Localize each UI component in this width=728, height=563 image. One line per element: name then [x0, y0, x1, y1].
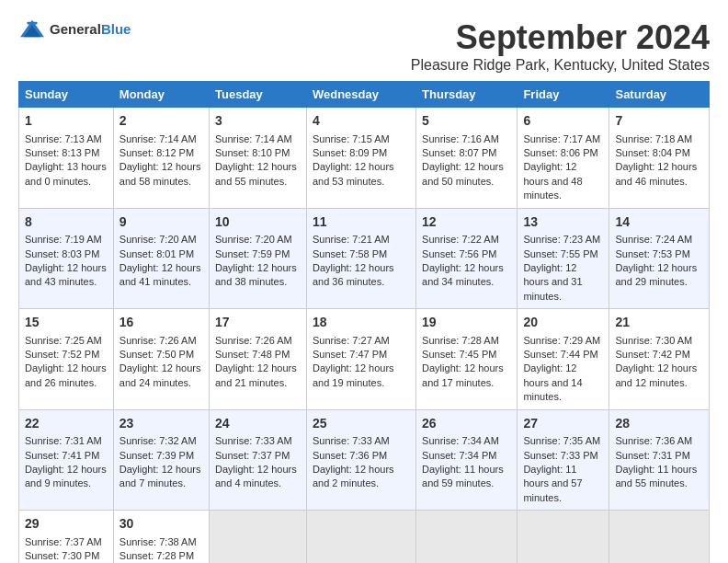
day-number: 25	[313, 415, 410, 433]
sunrise: Sunrise: 7:15 AM	[313, 133, 390, 144]
sunset: Sunset: 8:06 PM	[523, 147, 597, 158]
daylight: Daylight: 12 hours and 36 minutes.	[313, 262, 394, 287]
sunset: Sunset: 7:30 PM	[25, 550, 99, 561]
calendar-week-row: 8Sunrise: 7:19 AMSunset: 8:03 PMDaylight…	[19, 208, 710, 309]
day-number: 24	[215, 415, 301, 433]
calendar-day-cell	[306, 511, 415, 563]
day-number: 16	[119, 314, 203, 332]
calendar-day-cell: 8Sunrise: 7:19 AMSunset: 8:03 PMDaylight…	[19, 208, 114, 309]
logo-icon	[18, 18, 46, 40]
calendar-day-cell: 26Sunrise: 7:34 AMSunset: 7:34 PMDayligh…	[416, 409, 518, 511]
sunrise: Sunrise: 7:37 AM	[25, 536, 102, 547]
calendar-day-cell: 5Sunrise: 7:16 AMSunset: 8:07 PMDaylight…	[416, 108, 518, 209]
day-number: 12	[422, 213, 511, 232]
daylight: Daylight: 12 hours and 55 minutes.	[215, 161, 297, 186]
day-number: 20	[523, 314, 603, 332]
daylight: Daylight: 12 hours and 12 minutes.	[615, 362, 697, 387]
sunrise: Sunrise: 7:26 AM	[215, 335, 292, 346]
calendar-table: Sunday Monday Tuesday Wednesday Thursday…	[18, 81, 710, 563]
sunset: Sunset: 7:42 PM	[615, 349, 689, 360]
sunrise: Sunrise: 7:25 AM	[25, 335, 102, 346]
sunset: Sunset: 7:33 PM	[523, 450, 597, 461]
calendar-day-cell: 11Sunrise: 7:21 AMSunset: 7:58 PMDayligh…	[306, 208, 415, 309]
daylight: Daylight: 12 hours and 34 minutes.	[422, 262, 504, 287]
daylight: Daylight: 12 hours and 7 minutes.	[119, 464, 201, 488]
sunset: Sunset: 8:10 PM	[215, 147, 290, 158]
calendar-week-row: 15Sunrise: 7:25 AMSunset: 7:52 PMDayligh…	[19, 309, 710, 410]
sunset: Sunset: 7:31 PM	[615, 450, 689, 461]
sunset: Sunset: 7:44 PM	[523, 349, 597, 360]
daylight: Daylight: 12 hours and 48 minutes.	[523, 161, 582, 201]
calendar-day-cell: 29Sunrise: 7:37 AMSunset: 7:30 PMDayligh…	[19, 511, 114, 563]
logo: GeneralBlue	[18, 18, 131, 40]
calendar-header-row: Sunday Monday Tuesday Wednesday Thursday…	[19, 82, 710, 108]
sunrise: Sunrise: 7:19 AM	[25, 234, 102, 245]
calendar-day-cell: 16Sunrise: 7:26 AMSunset: 7:50 PMDayligh…	[113, 309, 209, 410]
calendar-day-cell	[518, 511, 609, 563]
day-number: 11	[313, 213, 410, 232]
title-section: September 2024 Pleasure Ridge Park, Kent…	[411, 18, 710, 74]
svg-rect-2	[27, 22, 37, 25]
main-title: September 2024	[411, 18, 710, 57]
calendar-day-cell: 22Sunrise: 7:31 AMSunset: 7:41 PMDayligh…	[19, 409, 114, 511]
day-number: 30	[119, 515, 203, 534]
day-number: 14	[615, 213, 703, 232]
sunrise: Sunrise: 7:26 AM	[119, 335, 197, 346]
subtitle: Pleasure Ridge Park, Kentucky, United St…	[411, 57, 710, 74]
sunset: Sunset: 7:34 PM	[422, 450, 496, 461]
sunrise: Sunrise: 7:14 AM	[119, 133, 197, 144]
day-number: 1	[25, 112, 108, 131]
sunset: Sunset: 7:39 PM	[119, 450, 194, 461]
day-number: 3	[215, 112, 301, 131]
header-saturday: Saturday	[609, 82, 710, 108]
daylight: Daylight: 12 hours and 26 minutes.	[25, 362, 107, 387]
header-sunday: Sunday	[19, 82, 114, 108]
day-number: 29	[25, 515, 108, 534]
sunrise: Sunrise: 7:20 AM	[119, 234, 197, 245]
sunset: Sunset: 7:59 PM	[215, 248, 290, 259]
day-number: 8	[25, 213, 108, 232]
header-friday: Friday	[518, 82, 609, 108]
calendar-day-cell: 28Sunrise: 7:36 AMSunset: 7:31 PMDayligh…	[609, 409, 710, 511]
header-monday: Monday	[113, 82, 209, 108]
sunrise: Sunrise: 7:14 AM	[215, 133, 292, 144]
calendar-week-row: 22Sunrise: 7:31 AMSunset: 7:41 PMDayligh…	[19, 409, 710, 511]
sunset: Sunset: 8:01 PM	[119, 248, 194, 259]
day-number: 7	[615, 112, 703, 131]
calendar-day-cell: 6Sunrise: 7:17 AMSunset: 8:06 PMDaylight…	[518, 108, 609, 209]
calendar-day-cell: 10Sunrise: 7:20 AMSunset: 7:59 PMDayligh…	[210, 208, 307, 309]
calendar-day-cell	[609, 511, 710, 563]
sunrise: Sunrise: 7:21 AM	[313, 234, 390, 245]
sunset: Sunset: 8:04 PM	[615, 147, 689, 158]
calendar-day-cell: 18Sunrise: 7:27 AMSunset: 7:47 PMDayligh…	[306, 309, 415, 410]
daylight: Daylight: 12 hours and 17 minutes.	[422, 362, 504, 387]
daylight: Daylight: 12 hours and 46 minutes.	[615, 161, 697, 186]
sunrise: Sunrise: 7:16 AM	[422, 133, 499, 144]
sunrise: Sunrise: 7:38 AM	[119, 536, 197, 547]
calendar-day-cell: 21Sunrise: 7:30 AMSunset: 7:42 PMDayligh…	[609, 309, 710, 410]
daylight: Daylight: 12 hours and 24 minutes.	[119, 362, 201, 387]
daylight: Daylight: 12 hours and 21 minutes.	[215, 362, 297, 387]
daylight: Daylight: 12 hours and 43 minutes.	[25, 262, 107, 287]
calendar-day-cell: 25Sunrise: 7:33 AMSunset: 7:36 PMDayligh…	[306, 409, 415, 511]
sunset: Sunset: 7:56 PM	[422, 248, 496, 259]
daylight: Daylight: 12 hours and 4 minutes.	[215, 464, 297, 488]
daylight: Daylight: 11 hours and 59 minutes.	[422, 464, 504, 488]
sunset: Sunset: 8:12 PM	[119, 147, 194, 158]
sunrise: Sunrise: 7:33 AM	[215, 435, 292, 446]
daylight: Daylight: 12 hours and 19 minutes.	[313, 362, 394, 387]
sunset: Sunset: 7:41 PM	[25, 450, 99, 461]
sunrise: Sunrise: 7:17 AM	[523, 133, 600, 144]
daylight: Daylight: 12 hours and 50 minutes.	[422, 161, 504, 186]
sunset: Sunset: 7:50 PM	[119, 349, 194, 360]
calendar-day-cell: 27Sunrise: 7:35 AMSunset: 7:33 PMDayligh…	[518, 409, 609, 511]
header-thursday: Thursday	[416, 82, 518, 108]
sunset: Sunset: 8:09 PM	[313, 147, 387, 158]
sunset: Sunset: 7:52 PM	[25, 349, 99, 360]
calendar-day-cell: 20Sunrise: 7:29 AMSunset: 7:44 PMDayligh…	[518, 309, 609, 410]
sunrise: Sunrise: 7:29 AM	[523, 335, 600, 346]
page-header: GeneralBlue September 2024 Pleasure Ridg…	[18, 18, 710, 74]
day-number: 22	[25, 415, 108, 433]
calendar-day-cell: 23Sunrise: 7:32 AMSunset: 7:39 PMDayligh…	[113, 409, 209, 511]
day-number: 17	[215, 314, 301, 332]
